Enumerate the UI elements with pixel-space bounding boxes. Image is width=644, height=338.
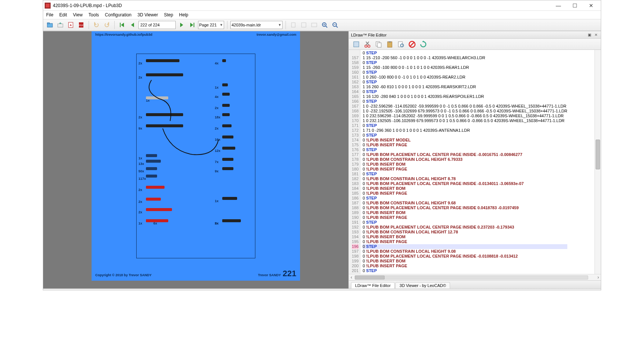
code-line[interactable]: 0 STEP bbox=[363, 133, 567, 138]
code-line[interactable]: 0 !LPUB INSERT PAGE bbox=[363, 239, 567, 244]
code-line[interactable]: 0 !LPUB INSERT PAGE bbox=[363, 264, 567, 268]
redo-button[interactable] bbox=[102, 20, 111, 29]
export-button[interactable] bbox=[56, 20, 65, 29]
code-line[interactable]: 1 15 -260 -100 800 0 0 -1 0 1 0 1 0 0 42… bbox=[363, 65, 567, 70]
page-footer-left: Copyright © 2018 by Trevor SANDY bbox=[95, 273, 152, 277]
code-line[interactable]: 0 !LPUB BOM CONSTRAIN LOCAL HEIGHT 9.68 bbox=[363, 201, 567, 205]
page-viewport[interactable]: https://trevorsandy.github.io/lpub3d tre… bbox=[43, 31, 348, 288]
delete-button[interactable] bbox=[408, 40, 417, 49]
code-line[interactable]: 0 !LPUB BOM PLACEMENT LOCAL CENTER PAGE … bbox=[363, 254, 567, 259]
code-line[interactable]: 0 !LPUB BOM CONSTRAIN LOCAL HEIGHT 12.78 bbox=[363, 230, 567, 235]
code-line[interactable]: 0 STEP bbox=[363, 220, 567, 225]
code-line[interactable]: 0 STEP bbox=[363, 196, 567, 201]
menu-edit[interactable]: Edit bbox=[59, 12, 67, 17]
separator bbox=[89, 21, 89, 29]
code-line[interactable]: 0 STEP bbox=[363, 123, 567, 128]
dock-float-button[interactable]: ▣ bbox=[587, 32, 592, 38]
page-canvas[interactable]: https://trevorsandy.github.io/lpub3d tre… bbox=[92, 31, 300, 281]
menu-tools[interactable]: Tools bbox=[89, 12, 99, 17]
code-line[interactable]: 1 16 120 -280 840 1 0 0 0 1 0 0 0 1 4203… bbox=[363, 94, 567, 99]
menu-3d-viewer[interactable]: 3D Viewer bbox=[137, 12, 158, 17]
refresh-button[interactable] bbox=[419, 40, 428, 49]
code-line[interactable]: 0 !LPUB INSERT BOM bbox=[363, 162, 567, 167]
code-line[interactable]: 0 !LPUB INSERT BOM bbox=[363, 259, 567, 264]
page-input[interactable] bbox=[138, 21, 176, 29]
pdf-export-button[interactable]: PDF bbox=[77, 20, 86, 29]
menu-step[interactable]: Step bbox=[164, 12, 173, 17]
code-line[interactable]: 0 !LPUB INSERT PAGE bbox=[363, 191, 567, 196]
code-line[interactable]: 0 STEP bbox=[363, 89, 567, 94]
code-line[interactable]: 1 0 -232.192505 -106.102699 679.999573 0… bbox=[363, 109, 567, 114]
editor-tab-0[interactable]: LDraw™ File Editor bbox=[351, 282, 395, 288]
code-line[interactable]: 0 !LPUB BOM PLACEMENT LOCAL CENTER PAGE … bbox=[363, 205, 567, 210]
code-line[interactable]: 0 STEP bbox=[363, 80, 567, 84]
svg-rect-28 bbox=[146, 167, 157, 170]
code-line[interactable]: 1 0 -232.596298 -114.052002 -59.999599 0… bbox=[363, 104, 567, 109]
close-button[interactable]: ✕ bbox=[583, 0, 599, 11]
model-combo[interactable]: 42039s-main.ldr▼ bbox=[230, 21, 283, 29]
code-editor[interactable]: 1571581591601611621631641651661671681691… bbox=[349, 50, 601, 274]
code-line[interactable]: 0 !LPUB INSERT BOM bbox=[363, 235, 567, 239]
code-line[interactable]: 0 STEP bbox=[363, 51, 567, 55]
code-line[interactable]: 0 !LPUB BOM CONSTRAIN LOCAL HEIGHT 9.08 bbox=[363, 249, 567, 254]
dock-close-button[interactable]: ✕ bbox=[593, 32, 599, 38]
code-line[interactable]: 0 !LPUB INSERT BOM bbox=[363, 186, 567, 191]
cut-button[interactable] bbox=[363, 40, 372, 49]
code-line[interactable]: 0 STEP bbox=[363, 99, 567, 104]
first-page-button[interactable] bbox=[118, 20, 127, 29]
code-line[interactable]: 1 71 0 -296 360 1 0 0 0 1 0 0 0 1 42039S… bbox=[363, 128, 567, 133]
select-all-button[interactable] bbox=[352, 40, 361, 49]
part-count: 4x bbox=[215, 95, 219, 99]
menu-configuration[interactable]: Configuration bbox=[105, 12, 131, 17]
next-page-button[interactable] bbox=[177, 20, 186, 29]
code-line[interactable]: 1 0 260 -100 800 0 0 -1 0 1 0 1 0 0 4203… bbox=[363, 75, 567, 80]
undo-button[interactable] bbox=[92, 20, 101, 29]
zoom-out-button[interactable] bbox=[331, 20, 339, 29]
svg-rect-32 bbox=[146, 208, 172, 211]
model-combo-label: 42039s-main.ldr bbox=[232, 23, 261, 27]
code-line[interactable]: 0 STEP bbox=[363, 147, 567, 152]
code-line[interactable]: 0 !LPUB INSERT MODEL bbox=[363, 138, 567, 143]
maximize-button[interactable]: ☐ bbox=[567, 0, 583, 11]
last-page-button[interactable] bbox=[188, 20, 197, 29]
minimize-button[interactable]: — bbox=[550, 0, 567, 11]
code-line[interactable]: 1 0 232.596298 -114.052002 -59.999599 0 … bbox=[363, 114, 567, 118]
code-line[interactable]: 0 !LPUB BOM PLACEMENT LOCAL CENTER PAGE … bbox=[363, 152, 567, 157]
code-line[interactable]: 0 !LPUB BOM CONSTRAIN LOCAL HEIGHT 6.793… bbox=[363, 157, 567, 162]
fit-page-button[interactable] bbox=[299, 20, 308, 29]
pdf-button[interactable]: A bbox=[66, 20, 75, 29]
code-line[interactable]: 0 STEP bbox=[363, 268, 567, 273]
code-line[interactable]: 0 STEP bbox=[363, 172, 567, 176]
code-line[interactable]: 1 16 260 -60 810 1 0 0 0 1 0 0 0 1 42039… bbox=[363, 84, 567, 89]
editor-tab-1[interactable]: 3D Viewer - by LeoCAD© bbox=[395, 282, 450, 288]
menu-view[interactable]: View bbox=[73, 12, 83, 17]
fit-width-button[interactable] bbox=[289, 20, 298, 29]
code-line[interactable]: 0 !LPUB BOM PLACEMENT LOCAL CENTER PAGE … bbox=[363, 181, 567, 186]
code-line[interactable]: 0 STEP bbox=[363, 70, 567, 75]
code-area[interactable]: 0 STEP1 15 -210 -200 560 -1 0 0 0 1 0 0 … bbox=[360, 50, 570, 274]
menu-help[interactable]: Help bbox=[179, 12, 188, 17]
code-line[interactable]: 0 !LPUB INSERT BOM bbox=[363, 210, 567, 215]
paste-button[interactable] bbox=[385, 40, 394, 49]
code-line[interactable]: 0 STEP bbox=[363, 244, 567, 249]
zoom-in-button[interactable] bbox=[320, 20, 329, 29]
code-line[interactable]: 0 !LPUB INSERT PAGE bbox=[363, 167, 567, 172]
find-button[interactable] bbox=[396, 40, 405, 49]
actual-size-button[interactable] bbox=[310, 20, 319, 29]
copy-button[interactable] bbox=[374, 40, 383, 49]
code-line[interactable]: 1 0 232.192505 -106.102699 679.999573 0 … bbox=[363, 118, 567, 123]
code-line[interactable]: 0 !LPUB BOM PLACEMENT LOCAL CENTER PAGE … bbox=[363, 225, 567, 230]
svg-rect-47 bbox=[222, 219, 233, 222]
page-combo[interactable]: Page 221▼ bbox=[198, 21, 224, 29]
code-line[interactable]: 0 !LPUB INSERT PAGE bbox=[363, 215, 567, 220]
code-line[interactable]: 0 !LPUB INSERT PAGE bbox=[363, 143, 567, 147]
editor-hscrollbar[interactable]: ‹ › bbox=[349, 274, 601, 280]
open-file-button[interactable] bbox=[45, 20, 54, 29]
menu-file[interactable]: File bbox=[46, 12, 53, 17]
code-line[interactable]: 1 15 -210 -200 560 -1 0 0 0 1 0 0 0 -1 4… bbox=[363, 55, 567, 60]
prev-page-button[interactable] bbox=[128, 20, 137, 29]
code-line[interactable]: 0 STEP bbox=[363, 60, 567, 65]
part-count: 2x bbox=[215, 127, 219, 130]
editor-vscrollbar[interactable] bbox=[594, 50, 601, 274]
code-line[interactable]: 0 !LPUB BOM CONSTRAIN LOCAL HEIGHT 8.78 bbox=[363, 176, 567, 181]
